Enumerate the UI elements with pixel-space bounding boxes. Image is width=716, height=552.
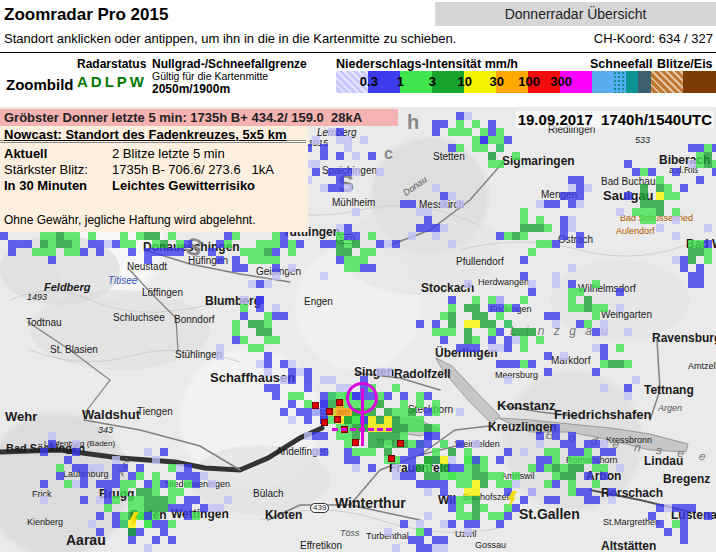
map-label: Singen xyxy=(354,366,394,378)
strike-marker xyxy=(336,399,343,406)
map-label: Wehr xyxy=(5,410,37,423)
zerograd-note: Gültig für die Kartenmitte xyxy=(152,70,268,82)
map-label: Effretikon xyxy=(300,541,342,551)
scale-segment xyxy=(683,71,716,93)
map-label: St.Margrethen xyxy=(603,518,660,527)
map-label: c xyxy=(384,146,393,162)
map-label: St.Gallen xyxy=(519,507,580,521)
map-label: Töss xyxy=(340,529,360,538)
scale-segment: 300 xyxy=(560,71,592,93)
strike-marker xyxy=(334,416,341,423)
scale-segment xyxy=(613,71,626,93)
map-timestamp: 19.09.2017 1740h/1540UTC xyxy=(516,111,714,128)
map-label: Ostrach xyxy=(558,235,593,245)
map-label: Mühlheim xyxy=(332,198,375,208)
row-label: Aktuell xyxy=(4,146,112,162)
map-label: Steckborn xyxy=(408,405,453,415)
map-label: Turbenthal xyxy=(366,532,409,541)
zerograd-label: Nullgrad-/Schneefallgrenze xyxy=(152,57,307,71)
map-label: Weinfelden xyxy=(455,440,500,449)
map-label: Herdwangen xyxy=(478,278,529,287)
map-label: Stockach xyxy=(421,282,474,294)
map-label: Kienberg xyxy=(27,518,63,527)
nowcast-infobox: Aktuell 2 Blitze letzte 5 min Stärkster … xyxy=(0,129,308,232)
map-label: Wilhelmsdorf xyxy=(578,284,636,294)
map-label: Meersburg xyxy=(495,371,538,380)
infobox-row-aktuell: Aktuell 2 Blitze letzte 5 min xyxy=(4,146,308,162)
map-label: Bischofszell xyxy=(463,493,511,502)
map-label: Todtnau xyxy=(26,318,62,328)
map-label: 533 xyxy=(635,136,650,145)
map-label: Bülach xyxy=(253,489,284,499)
ch-coordinates: CH-Koord: 634 / 327 xyxy=(594,31,713,46)
strike-marker xyxy=(352,439,359,446)
map-label: Feldberg xyxy=(44,282,90,293)
crosshair-horizontal-line xyxy=(332,428,392,431)
map-label: Frauenfeld xyxy=(389,462,450,474)
map-label: Schluchsee xyxy=(113,313,165,323)
map-label: a.d.Riß xyxy=(669,166,698,175)
map-label: L i n z g a u xyxy=(510,325,611,337)
map-label: Tiengen xyxy=(137,407,173,417)
infobox-row-30min: In 30 Minuten Leichtes Gewitterrisiko xyxy=(4,178,308,194)
row-label: Stärkster Blitz: xyxy=(4,162,112,178)
scale-segment xyxy=(638,71,651,93)
strike-marker xyxy=(321,419,328,426)
map-label: Pfullendorf xyxy=(456,257,504,267)
intensity-scale-label: Niederschlags-Intensität mm/h xyxy=(336,57,518,71)
map-label: Konstanz xyxy=(497,399,556,412)
map-label: Wettingen xyxy=(171,508,229,520)
map-label: 1493 xyxy=(27,293,47,302)
map-label: Aarau xyxy=(66,533,106,547)
radarstatus-label: Radarstatus xyxy=(77,57,146,71)
snow-scale-label: Schneefall xyxy=(590,57,653,71)
map-label: Weingarten xyxy=(601,310,652,320)
map-label: Friedrichshafen xyxy=(554,408,652,421)
map-label: 439 xyxy=(310,503,329,513)
map-label: Geisingen xyxy=(256,267,301,277)
scale-segment: 1 xyxy=(400,71,432,93)
scale-segment xyxy=(626,71,638,93)
map-label: Stetten xyxy=(433,152,465,162)
map-label: Romanshorn xyxy=(566,456,618,465)
map-label: Altstätten xyxy=(601,540,656,552)
row-label: In 30 Minuten xyxy=(4,178,112,194)
map-label: Bregenz xyxy=(663,473,710,485)
map-label: Bad Buchau xyxy=(601,177,656,187)
crosshair-vertical-line xyxy=(361,388,364,446)
donnerradar-overview-button[interactable]: Donnerradar Übersicht xyxy=(435,2,716,26)
zoombild-label: Zoombild xyxy=(6,76,74,93)
map-label: Tettnang xyxy=(644,384,694,396)
map-label: Waldshut xyxy=(82,408,140,421)
map-label: Bonndorf xyxy=(174,315,215,325)
row-value: 1735h B- 706.6/ 273.6 1kA xyxy=(112,162,274,178)
nowcast-header: Nowcast: Standort des Fadenkreuzes, 5x5 … xyxy=(0,126,306,143)
zerograd-value: 2050m/1900m xyxy=(152,82,230,96)
map-label: h xyxy=(407,112,419,132)
map-label: Winterthur xyxy=(335,496,406,510)
map-label: Laufenburg xyxy=(63,470,109,479)
map-label: Blumberg xyxy=(205,295,261,307)
row-value: Leichtes Gewitterrisiko xyxy=(112,178,255,194)
map-label: Aulendorf xyxy=(616,227,655,236)
radarstatus-value: ADLPW xyxy=(77,73,147,90)
map-label: Uzwil xyxy=(455,530,477,539)
map-label: Markdorf xyxy=(551,356,590,366)
header-divider xyxy=(0,52,716,53)
map-label: Amtzell xyxy=(688,362,716,371)
map-label: Überlingen xyxy=(435,347,498,359)
map-label: Lustenau xyxy=(671,509,716,521)
strike-marker xyxy=(326,408,333,415)
map-label: Rorschach xyxy=(601,487,663,499)
map-label: S xyxy=(338,172,354,196)
strike-marker xyxy=(312,402,319,409)
lightning-ice-scale-label: Blitze/Eis xyxy=(657,57,713,71)
map-label: Messkirch xyxy=(419,200,464,210)
map-label: Löffingen xyxy=(142,288,183,298)
map-label: Thur xyxy=(376,438,395,447)
map-label: 1015 xyxy=(308,139,328,148)
scale-segment: 0.3 xyxy=(368,71,400,93)
map-label: Argen xyxy=(658,404,682,413)
map-label: Saulgau xyxy=(603,189,654,202)
row-value: 2 Blitze letzte 5 min xyxy=(112,146,225,162)
